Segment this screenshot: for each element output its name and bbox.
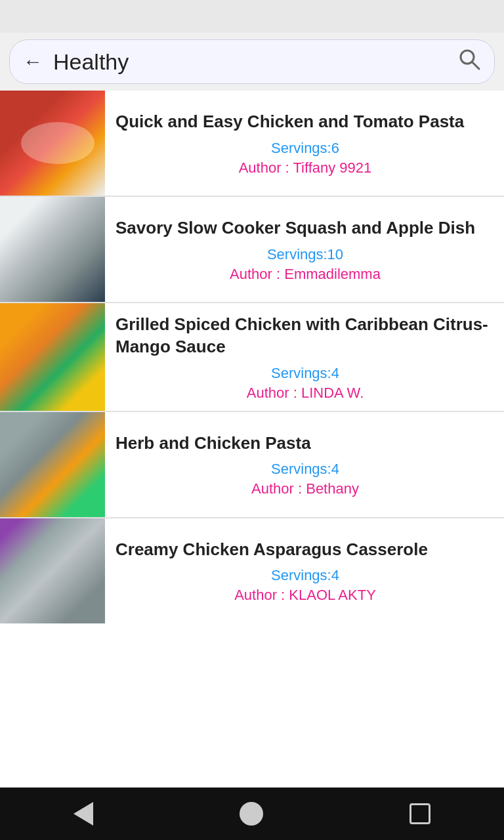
recipe-title: Savory Slow Cooker Squash and Apple Dish bbox=[116, 217, 495, 240]
recipe-thumbnail bbox=[0, 197, 105, 302]
search-input[interactable] bbox=[53, 49, 447, 75]
recipe-author: Author : Emmadilemma bbox=[116, 266, 495, 283]
recipe-author: Author : Bethany bbox=[116, 480, 495, 497]
recipe-title: Grilled Spiced Chicken with Caribbean Ci… bbox=[116, 314, 495, 358]
recipe-author: Author : KLAOL AKTY bbox=[116, 587, 495, 604]
search-button[interactable] bbox=[457, 47, 481, 76]
recipe-item[interactable]: Quick and Easy Chicken and Tomato Pasta … bbox=[0, 91, 504, 197]
recipe-thumbnail bbox=[0, 303, 105, 411]
recipe-info: Herb and Chicken Pasta Servings:4 Author… bbox=[105, 412, 504, 517]
recipe-servings: Servings:4 bbox=[116, 461, 495, 478]
recipe-info: Creamy Chicken Asparagus Casserole Servi… bbox=[105, 518, 504, 623]
recipe-title: Herb and Chicken Pasta bbox=[116, 432, 495, 455]
recipe-item[interactable]: Grilled Spiced Chicken with Caribbean Ci… bbox=[0, 303, 504, 412]
recipe-info: Grilled Spiced Chicken with Caribbean Ci… bbox=[105, 303, 504, 411]
recipe-title: Creamy Chicken Asparagus Casserole bbox=[116, 539, 495, 561]
recipe-title: Quick and Easy Chicken and Tomato Pasta bbox=[116, 111, 495, 133]
recipe-servings: Servings:6 bbox=[116, 140, 495, 157]
recipe-thumbnail bbox=[0, 91, 105, 196]
recipe-item[interactable]: Savory Slow Cooker Squash and Apple Dish… bbox=[0, 197, 504, 303]
recent-nav-icon bbox=[410, 803, 430, 824]
recipe-author: Author : LINDA W. bbox=[116, 385, 495, 402]
recipe-servings: Servings:10 bbox=[116, 246, 495, 263]
recipe-item[interactable]: Creamy Chicken Asparagus Casserole Servi… bbox=[0, 518, 504, 623]
recipe-author: Author : Tiffany 9921 bbox=[116, 159, 495, 177]
search-icon bbox=[457, 47, 481, 71]
recipe-item[interactable]: Herb and Chicken Pasta Servings:4 Author… bbox=[0, 412, 504, 518]
back-nav-icon bbox=[74, 802, 93, 826]
home-nav-icon bbox=[240, 802, 263, 826]
nav-home-button[interactable] bbox=[240, 802, 263, 826]
recipe-thumbnail bbox=[0, 518, 105, 623]
recipe-servings: Servings:4 bbox=[116, 365, 495, 382]
recipe-servings: Servings:4 bbox=[116, 567, 495, 584]
back-button[interactable]: ← bbox=[23, 51, 43, 73]
status-bar bbox=[0, 0, 504, 33]
recipe-thumbnail bbox=[0, 412, 105, 517]
recipe-info: Quick and Easy Chicken and Tomato Pasta … bbox=[105, 91, 504, 196]
nav-recent-button[interactable] bbox=[410, 803, 430, 824]
search-bar: ← bbox=[9, 39, 495, 84]
recipe-list: Quick and Easy Chicken and Tomato Pasta … bbox=[0, 91, 504, 788]
nav-back-button[interactable] bbox=[74, 802, 93, 826]
recipe-info: Savory Slow Cooker Squash and Apple Dish… bbox=[105, 197, 504, 302]
nav-bar bbox=[0, 788, 504, 840]
svg-line-1 bbox=[472, 62, 479, 69]
